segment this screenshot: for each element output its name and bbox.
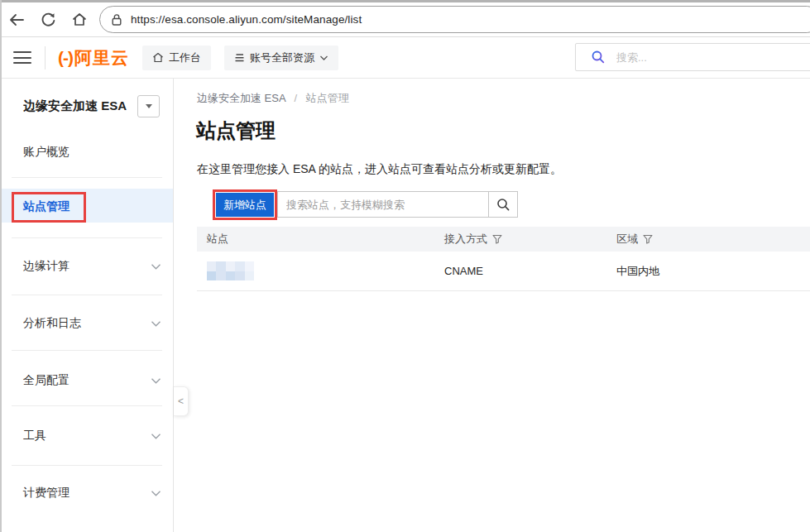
sidebar-divider	[12, 350, 162, 351]
sites-table: 站点 接入方式 区域 CNA	[197, 227, 810, 291]
sidebar-item-global-config[interactable]: 全局配置	[23, 372, 161, 389]
table-header: 站点 接入方式 区域	[197, 227, 810, 252]
region-cell: 中国内地	[616, 252, 659, 290]
column-label: 站点	[207, 232, 228, 247]
window-top-edge	[0, 0, 810, 2]
sidebar-item-billing[interactable]: 计费管理	[23, 485, 161, 501]
table-row: CNAME 中国内地	[197, 252, 810, 291]
menu-button[interactable]	[13, 51, 31, 64]
column-label: 区域	[616, 232, 638, 247]
workbench-button[interactable]: 工作台	[142, 46, 211, 70]
header-divider	[45, 46, 46, 69]
sidebar-item-label: 边缘计算	[23, 259, 69, 274]
chevron-down-icon	[151, 433, 161, 440]
sidebar-item-label: 全局配置	[23, 373, 69, 388]
sidebar-divider	[12, 405, 162, 406]
sidebar-divider	[12, 177, 162, 178]
chevron-down-icon	[151, 377, 161, 385]
sidebar-item-tools[interactable]: 工具	[23, 428, 161, 444]
refresh-button[interactable]	[39, 11, 57, 29]
url-text: https://esa.console.aliyun.com/siteManag…	[131, 13, 362, 26]
console-header: (-) 阿里云 工作台 账号全部资源	[0, 37, 810, 79]
account-resources-label: 账号全部资源	[250, 50, 314, 65]
browser-window: https://esa.console.aliyun.com/siteManag…	[0, 0, 810, 532]
sidebar: 边缘安全加速 ESA 账户概览 站点管理 边缘计算 分析和日志 全局配置 工具	[0, 79, 174, 532]
column-header-region: 区域	[616, 227, 653, 252]
refresh-icon	[41, 12, 56, 27]
search-icon	[591, 50, 606, 65]
filter-funnel-icon[interactable]	[643, 234, 653, 244]
sidebar-item-label: 工具	[23, 429, 46, 443]
search-icon	[496, 198, 510, 212]
page-description: 在这里管理您接入 ESA 的站点，进入站点可查看站点分析或更新配置。	[197, 162, 562, 177]
breadcrumb-parent[interactable]: 边缘安全加速 ESA	[197, 92, 285, 104]
site-cell	[207, 252, 254, 290]
sidebar-item-site-management[interactable]: 站点管理	[0, 189, 173, 223]
breadcrumb-current: 站点管理	[306, 92, 349, 104]
chevron-down-icon	[151, 320, 161, 328]
site-search-button[interactable]	[488, 191, 518, 218]
main-content: 边缘安全加速 ESA / 站点管理 站点管理 在这里管理您接入 ESA 的站点，…	[174, 79, 810, 532]
workbench-label: 工作台	[169, 50, 201, 65]
home-small-icon	[152, 52, 164, 63]
page-title: 站点管理	[196, 118, 276, 143]
home-icon	[71, 12, 88, 27]
product-switcher-button[interactable]	[137, 95, 160, 117]
caret-down-icon	[146, 104, 152, 108]
sidebar-divider	[12, 465, 162, 466]
sidebar-item-label: 计费管理	[23, 486, 69, 501]
breadcrumb: 边缘安全加速 ESA / 站点管理	[197, 91, 349, 106]
aliyun-logo-mark: (-)	[58, 48, 73, 68]
collapse-arrow-icon: <	[178, 395, 184, 407]
sidebar-collapse-button[interactable]: <	[174, 386, 189, 416]
resources-icon	[234, 53, 245, 63]
sidebar-divider	[12, 295, 162, 295]
sidebar-divider	[12, 237, 162, 238]
sidebar-item-account-overview[interactable]: 账户概览	[23, 145, 69, 160]
home-button[interactable]	[70, 11, 89, 29]
filter-funnel-icon[interactable]	[492, 234, 502, 244]
chevron-down-icon	[319, 55, 328, 61]
account-resources-button[interactable]: 账号全部资源	[224, 46, 338, 70]
column-header-site: 站点	[207, 227, 228, 252]
lock-icon	[111, 13, 122, 26]
product-title: 边缘安全加速 ESA	[23, 98, 127, 114]
access-type-cell: CNAME	[444, 252, 483, 290]
global-search-box[interactable]	[575, 43, 810, 71]
column-header-access-type: 接入方式	[444, 227, 502, 252]
aliyun-logo-text: 阿里云	[74, 46, 129, 69]
global-search-input[interactable]	[615, 50, 767, 65]
add-site-button[interactable]: 新增站点	[216, 193, 274, 217]
chevron-down-icon	[151, 263, 161, 271]
sidebar-item-analytics-logs[interactable]: 分析和日志	[23, 315, 161, 332]
chevron-down-icon	[151, 490, 161, 497]
address-bar[interactable]: https://esa.console.aliyun.com/siteManag…	[99, 6, 810, 33]
window-left-edge	[0, 0, 2, 532]
sidebar-item-edge-compute[interactable]: 边缘计算	[23, 258, 161, 275]
column-label: 接入方式	[444, 232, 487, 247]
sidebar-item-label: 站点管理	[23, 199, 69, 214]
back-button[interactable]	[7, 11, 26, 29]
browser-toolbar: https://esa.console.aliyun.com/siteManag…	[0, 2, 810, 37]
redacted-site-value[interactable]	[207, 261, 254, 280]
sidebar-item-label: 分析和日志	[23, 316, 81, 331]
breadcrumb-separator: /	[295, 92, 298, 104]
aliyun-logo[interactable]: (-) 阿里云	[58, 46, 129, 69]
back-arrow-icon	[8, 12, 25, 27]
site-search-input[interactable]	[277, 191, 489, 218]
